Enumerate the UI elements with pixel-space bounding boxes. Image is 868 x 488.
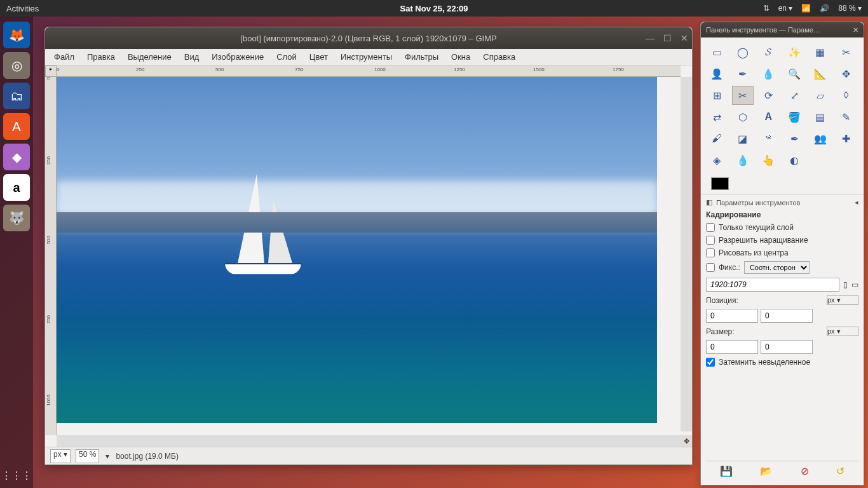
foreground-color-swatch[interactable]	[711, 177, 729, 190]
launcher-disks[interactable]: ◎	[3, 52, 30, 79]
ratio-landscape-icon[interactable]: ▭	[851, 280, 858, 289]
save-options-icon[interactable]: 💾	[720, 465, 733, 477]
vertical-scrollbar[interactable]	[681, 77, 692, 431]
tool-scissors[interactable]: ✂	[835, 43, 857, 62]
tool-rect-select[interactable]: ▭	[706, 43, 728, 62]
launcher-gimp[interactable]: 🐺	[3, 205, 30, 231]
unit-selector[interactable]: px ▾	[50, 449, 71, 463]
toolbox-window: Панель инструментов — Параме… ✕ ▭ ◯ 𝓢 ✨ …	[700, 22, 864, 485]
menu-colors[interactable]: Цвет	[304, 50, 333, 64]
tool-paths[interactable]: ✒	[732, 64, 754, 83]
tool-text[interactable]: A	[757, 107, 779, 126]
show-applications[interactable]: ⋮⋮⋮	[1, 470, 32, 482]
tool-move[interactable]: ✥	[835, 64, 857, 83]
navigation-icon[interactable]: ✥	[681, 435, 692, 447]
options-menu-icon[interactable]: ◂	[855, 198, 858, 207]
size-unit[interactable]: px ▾	[827, 327, 858, 336]
menubar: Файл Правка Выделение Вид Изображение Сл…	[45, 49, 692, 65]
restore-options-icon[interactable]: 📂	[760, 465, 773, 477]
launcher-firefox[interactable]: 🦊	[3, 22, 30, 48]
tool-rotate[interactable]: ⟳	[757, 86, 779, 105]
clock[interactable]: Sat Nov 25, 22:09	[400, 4, 468, 13]
tool-crop[interactable]: ✂	[732, 86, 754, 105]
reset-options-icon[interactable]: ↺	[836, 465, 844, 477]
tool-free-select[interactable]: 𝓢	[757, 43, 779, 62]
opt-fixed-checkbox[interactable]	[706, 263, 715, 272]
horizontal-ruler[interactable]: 0 250 500 750 1000 1250 1500 1750	[57, 65, 681, 77]
minimize-button[interactable]: —	[646, 33, 654, 43]
menu-windows[interactable]: Окна	[446, 50, 475, 64]
tool-scale[interactable]: ⤢	[783, 86, 805, 105]
tool-eraser[interactable]: ◪	[732, 129, 754, 148]
image-canvas[interactable]	[57, 77, 681, 431]
size-h-input[interactable]	[761, 340, 813, 354]
volume-indicator[interactable]: 🔊	[820, 4, 829, 13]
tool-color-picker[interactable]: 💧	[757, 64, 779, 83]
launcher-app[interactable]: ◆	[3, 144, 30, 170]
opt-darken[interactable]: Затемнить невыделенное	[706, 358, 858, 367]
tool-measure[interactable]: 📐	[810, 64, 831, 83]
ratio-portrait-icon[interactable]: ▯	[843, 280, 848, 289]
menu-select[interactable]: Выделение	[123, 50, 177, 64]
pos-y-input[interactable]	[761, 309, 813, 323]
size-w-input[interactable]	[706, 340, 758, 354]
tool-fuzzy-select[interactable]: ✨	[783, 43, 805, 62]
network-indicator[interactable]: ⇅	[763, 4, 770, 13]
tool-blend[interactable]: ▤	[810, 107, 831, 126]
menu-file[interactable]: Файл	[49, 50, 79, 64]
horizontal-scrollbar[interactable]	[57, 435, 681, 447]
tool-dodge[interactable]: ◐	[783, 151, 805, 170]
tool-perspective[interactable]: ◊	[835, 86, 857, 105]
vertical-ruler[interactable]: 0 250 500 750 1000	[45, 77, 57, 435]
launcher-software[interactable]: A	[3, 113, 30, 140]
tool-align[interactable]: ⊞	[706, 86, 728, 105]
opt-allow-growing[interactable]: Разрешить наращивание	[706, 236, 858, 245]
menu-filters[interactable]: Фильтры	[400, 50, 444, 64]
tool-airbrush[interactable]: ༄	[757, 129, 779, 148]
tool-bucket-fill[interactable]: 🪣	[783, 107, 805, 126]
fixed-mode-select[interactable]: Соотн. сторон	[744, 261, 810, 274]
menu-image[interactable]: Изображение	[207, 50, 269, 64]
close-button[interactable]: ✕	[681, 33, 688, 43]
tool-ellipse-select[interactable]: ◯	[732, 43, 754, 62]
menu-help[interactable]: Справка	[478, 50, 520, 64]
size-label: Размер:	[706, 327, 735, 336]
toolbox-close-icon[interactable]: ✕	[853, 26, 858, 34]
activities-button[interactable]: Activities	[6, 4, 39, 13]
maximize-button[interactable]: ☐	[663, 33, 672, 43]
tool-ink[interactable]: ✒	[783, 129, 805, 148]
tool-shear[interactable]: ▱	[810, 86, 831, 105]
zoom-selector[interactable]: 50 %	[76, 449, 99, 463]
tool-smudge[interactable]: 👆	[757, 151, 779, 170]
menu-edit[interactable]: Правка	[82, 50, 120, 64]
tool-perspective-clone[interactable]: ◈	[706, 151, 728, 170]
opt-only-current-layer[interactable]: Только текущий слой	[706, 223, 858, 232]
opt-from-center[interactable]: Рисовать из центра	[706, 248, 858, 257]
pos-x-input[interactable]	[706, 309, 758, 323]
position-unit[interactable]: px ▾	[827, 295, 858, 305]
battery-indicator[interactable]: 88 % ▾	[838, 4, 862, 13]
delete-options-icon[interactable]: ⊘	[801, 465, 809, 477]
crop-title: Кадрирование	[706, 210, 858, 219]
ruler-origin[interactable]: ▸	[45, 65, 57, 77]
tool-blur[interactable]: 💧	[732, 151, 754, 170]
tool-clone[interactable]: 👥	[810, 129, 831, 148]
tool-flip[interactable]: ⇄	[706, 107, 728, 126]
language-indicator[interactable]: en ▾	[778, 4, 793, 13]
tool-pencil[interactable]: ✎	[835, 107, 857, 126]
tool-cage[interactable]: ⬡	[732, 107, 754, 126]
tool-heal[interactable]: ✚	[835, 129, 857, 148]
tool-foreground-select[interactable]: 👤	[706, 64, 728, 83]
tool-zoom[interactable]: 🔍	[783, 64, 805, 83]
tool-paintbrush[interactable]: 🖌	[706, 129, 728, 148]
menu-tools[interactable]: Инструменты	[336, 50, 397, 64]
canvas-area: ▸ 0 250 500 750 1000 1250 1500 1750 0 25…	[45, 65, 692, 447]
tool-by-color-select[interactable]: ▦	[810, 43, 831, 62]
launcher-files[interactable]: 🗂	[3, 83, 30, 109]
menu-layer[interactable]: Слой	[271, 50, 302, 64]
menu-view[interactable]: Вид	[179, 50, 205, 64]
status-filename: boot.jpg (19.0 МБ)	[116, 452, 179, 461]
ratio-input[interactable]	[706, 278, 839, 292]
wifi-indicator[interactable]: 📶	[801, 4, 811, 13]
launcher-amazon[interactable]: a	[3, 174, 30, 201]
